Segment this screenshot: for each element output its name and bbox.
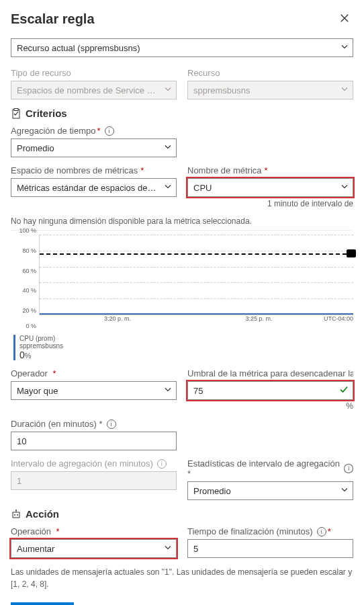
cooldown-value: 5 <box>193 544 198 554</box>
chevron-down-icon <box>164 183 172 193</box>
chevron-down-icon <box>340 85 349 95</box>
chevron-down-icon <box>164 386 172 396</box>
chevron-down-icon <box>164 544 172 554</box>
current-resource-value: Recurso actual (sppremsbusns) <box>17 43 140 53</box>
close-icon <box>340 12 349 26</box>
agg-stats-value: Promedio <box>193 486 231 496</box>
criteria-title: Criterios <box>26 108 67 119</box>
time-agg-dropdown[interactable]: Promedio <box>11 138 177 157</box>
y-tick: 80 % <box>11 247 36 254</box>
resource-type-value: Espacios de nombres de Service Bus <box>17 85 157 95</box>
chevron-down-icon <box>164 143 172 153</box>
svg-point-3 <box>14 514 15 516</box>
agg-stats-label: Estadísticas de intervalo de agregación … <box>187 458 353 479</box>
svg-rect-1 <box>14 108 18 110</box>
resource-value: sppremsbusns <box>193 85 251 95</box>
y-tick: 20 % <box>11 307 36 314</box>
operator-value: Mayor que <box>17 386 58 396</box>
y-tick: 100 % <box>11 227 36 234</box>
resource-type-label: Tipo de recurso <box>11 68 177 78</box>
info-icon[interactable]: i <box>107 419 116 429</box>
chevron-down-icon <box>164 85 172 95</box>
threshold-unit: % <box>187 401 353 411</box>
operation-label: Operación * <box>11 526 177 536</box>
x-tick: 3:25 p. m. <box>246 315 273 322</box>
legend-series-name: CPU (prom) <box>19 335 353 342</box>
agg-interval-label: Intervalo de agregación (en minutos) i <box>11 458 177 469</box>
metric-namespace-value: Métricas estándar de espacios de nombres… <box>17 183 157 193</box>
units-message: Las unidades de mensajería actuales son … <box>11 566 353 590</box>
svg-rect-2 <box>13 512 19 518</box>
resource-dropdown: sppremsbusns <box>187 81 353 99</box>
duration-value: 10 <box>17 436 26 446</box>
x-tick: 3:20 p. m. <box>104 315 131 322</box>
panel-title: Escalar regla <box>11 11 95 27</box>
svg-point-4 <box>17 514 18 516</box>
info-icon[interactable]: i <box>105 126 114 136</box>
cooldown-input[interactable]: 5 <box>187 539 353 558</box>
operation-dropdown[interactable]: Aumentar <box>11 539 177 558</box>
no-dimension-note: No hay ninguna dimensión disponible para… <box>11 216 353 226</box>
threshold-value: 75 <box>193 386 203 396</box>
cooldown-label: Tiempo de finalización (minutos) i * <box>187 526 353 536</box>
clipboard-check-icon <box>11 108 21 119</box>
metric-namespace-dropdown[interactable]: Métricas estándar de espacios de nombres… <box>11 178 177 197</box>
close-button[interactable] <box>336 9 353 29</box>
chart-legend: CPU (prom) sppremsbusns 0% <box>13 335 353 360</box>
info-icon[interactable]: i <box>344 464 353 473</box>
threshold-label: Umbral de la métrica para desencadenar l… <box>187 368 353 378</box>
add-button[interactable]: Agregar <box>11 602 74 605</box>
time-agg-label: Agregación de tiempo* i <box>11 126 177 136</box>
chevron-down-icon <box>340 43 349 53</box>
robot-icon <box>11 509 21 520</box>
time-agg-value: Promedio <box>17 143 54 153</box>
legend-resource: sppremsbusns <box>19 342 353 350</box>
chevron-down-icon <box>340 183 349 193</box>
legend-value: 0 <box>19 350 25 360</box>
threshold-input[interactable]: 75 <box>187 381 353 400</box>
duration-input[interactable]: 10 <box>11 432 177 450</box>
operator-dropdown[interactable]: Mayor que <box>11 381 177 400</box>
series-line <box>40 313 353 315</box>
operation-value: Aumentar <box>17 544 54 554</box>
action-title: Acción <box>26 508 59 520</box>
legend-unit: % <box>25 352 32 360</box>
current-resource-dropdown[interactable]: Recurso actual (sppremsbusns) <box>11 38 353 57</box>
metric-name-dropdown[interactable]: CPU <box>187 178 353 197</box>
metric-name-value: CPU <box>193 183 212 193</box>
agg-interval-input: 1 <box>11 471 177 490</box>
resource-label: Recurso <box>187 68 353 78</box>
threshold-handle[interactable] <box>347 249 356 257</box>
info-icon[interactable]: i <box>157 459 167 469</box>
svg-point-6 <box>15 510 17 511</box>
chart-timezone: UTC-04:00 <box>324 315 353 322</box>
agg-interval-value: 1 <box>17 476 21 486</box>
metric-chart: 100 % 80 % 60 % 40 % 20 % 0 % 3:20 p. m.… <box>11 230 353 331</box>
metric-namespace-label: Espacio de nombres de métricas* <box>11 165 177 175</box>
info-icon[interactable]: i <box>317 527 326 536</box>
y-tick: 0 % <box>11 323 36 329</box>
y-tick: 40 % <box>11 287 36 294</box>
y-tick: 60 % <box>11 268 36 274</box>
duration-label: Duración (en minutos) * i <box>11 419 177 429</box>
metric-name-label: Nombre de métrica* <box>187 165 353 175</box>
operator-label: Operador * <box>11 368 177 378</box>
checkmark-icon <box>340 386 348 396</box>
interval-note: 1 minuto de intervalo de <box>187 199 353 208</box>
resource-type-dropdown: Espacios de nombres de Service Bus <box>11 81 177 99</box>
agg-stats-dropdown[interactable]: Promedio <box>187 481 353 500</box>
chevron-down-icon <box>340 486 349 496</box>
threshold-line[interactable] <box>40 253 353 255</box>
